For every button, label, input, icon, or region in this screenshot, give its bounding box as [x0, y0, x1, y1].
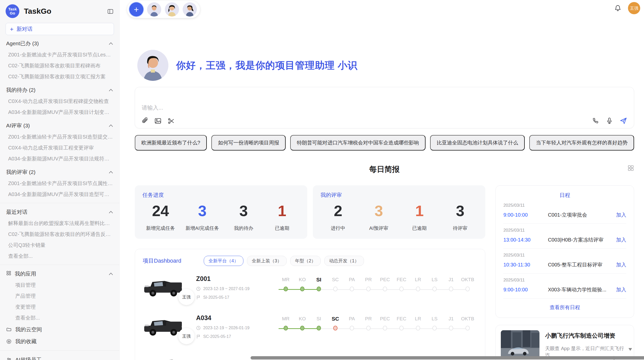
stat-item: 1已逾期 — [405, 203, 433, 232]
sidebar-task-item[interactable]: C02-飞腾新能源轻客改款项目立项汇报方案 — [0, 71, 119, 82]
collapse-sidebar-icon[interactable] — [107, 8, 114, 15]
milestone-ls: LS — [426, 315, 443, 331]
agent-avatar-3[interactable] — [183, 2, 197, 17]
schedule-item-main: 9:00-10:00X003-车辆动力学性能验...加入 — [503, 286, 626, 293]
view-all-chats-link[interactable]: 查看全部... — [0, 251, 119, 262]
notification-bell-icon[interactable] — [614, 5, 621, 12]
stat-value: 3 — [365, 203, 393, 219]
sidebar-task-item[interactable]: C0X4-动力总成开发项目工程变更评审 — [0, 142, 119, 153]
sidebar-item-cloud-space[interactable]: 我的云空间 — [0, 323, 119, 335]
dashboard-tab[interactable]: 全新上装（3） — [247, 256, 287, 266]
scroll-right-arrow[interactable] — [614, 356, 617, 360]
view-all-apps-link[interactable]: 查看全部... — [0, 312, 119, 323]
new-chat-button[interactable]: + 新对话 — [6, 23, 114, 35]
milestone-dot — [432, 287, 437, 291]
stats-row: 任务进度24新增完成任务3新增AI完成任务3我的待办1已逾期我的评审2进行中3A… — [135, 185, 485, 239]
microphone-icon[interactable] — [606, 117, 613, 124]
chevron-up-icon[interactable] — [109, 88, 113, 92]
schedule-name: C003|H0B-方案冻结评审 — [548, 236, 612, 243]
schedule-item-main: 10:30-11:30C005-整车工程目标评审加入 — [503, 261, 626, 268]
section-title-text: 我的评审 (2) — [6, 169, 36, 176]
milestone-label: KO — [299, 276, 306, 283]
sidebar-section-header-recent[interactable]: 最近对话 — [0, 206, 119, 218]
chevron-up-icon[interactable] — [109, 42, 113, 45]
sidebar-item-favorites[interactable]: 我的收藏 — [0, 335, 119, 347]
sidebar-section-header-sec1[interactable]: 我的待办 (2) — [0, 84, 119, 96]
recent-chat-item[interactable]: 公司Q3轻卡销量 — [0, 240, 119, 251]
schedule-name: X003-车辆动力学性能验... — [548, 286, 612, 293]
sidebar-task-item[interactable]: C02-飞腾新能源轻客改款项目里程碑画布 — [0, 60, 119, 71]
chevron-up-icon[interactable] — [109, 124, 113, 127]
stat-item: 3待评审 — [446, 203, 474, 232]
scissors-icon[interactable] — [168, 117, 175, 125]
agent-avatar-1[interactable] — [147, 2, 161, 17]
milestone-label: PA — [349, 315, 355, 322]
flag-text: SI-2025-05-17 — [203, 295, 229, 300]
sidebar-task-item[interactable]: Z001-全新燃油皮卡产品开发项目SI节点Lesson Learn报告 — [0, 49, 119, 60]
section-title: 最近对话 — [6, 208, 109, 216]
send-icon[interactable] — [620, 117, 627, 125]
date-range-text: 2023-12-19 ~ 2027-01-19 — [203, 287, 250, 291]
sidebar-section-header-sec3[interactable]: 我的评审 (2) — [0, 166, 119, 178]
milestone-dot — [383, 287, 387, 291]
dashboard-tab[interactable]: 年型（2） — [290, 256, 321, 266]
recent-chat-item[interactable]: 解释最新出台的欧盟报废车法规再生塑料比例被调至15%... — [0, 218, 119, 229]
join-meeting-link[interactable]: 加入 — [616, 236, 626, 243]
milestone-label: MR — [282, 315, 290, 322]
sidebar-section-header-sec2[interactable]: AI评审 (3) — [0, 120, 119, 131]
stat-label: 进行中 — [324, 225, 352, 232]
project-code: Z001 — [196, 275, 270, 282]
stat-label: 已逾期 — [268, 225, 296, 232]
dashboard-tab[interactable]: 动总开发（1） — [324, 256, 364, 266]
sidebar-app-item[interactable]: 产品管理 — [0, 291, 119, 302]
project-image: 王强 — [143, 275, 196, 305]
schedule-item-main: 9:00-10:00C001-立项审批会加入 — [503, 212, 626, 218]
milestone-pr: PR — [360, 276, 377, 291]
sidebar-task-item[interactable]: A034-全新新能源MUV产品开发项目计划变更表编写 — [0, 107, 119, 118]
scroll-down-arrow[interactable] — [628, 348, 632, 351]
news-card[interactable]: 小鹏飞行汽车制造公司增资 天眼查 App 显示，近日广州汇天飞行汽... — [495, 325, 634, 360]
add-agent-button[interactable]: + — [129, 2, 143, 17]
dashboard-tab[interactable]: 全新平台（4） — [204, 256, 243, 266]
sidebar-item-users[interactable]: AI超级员工 — [0, 354, 119, 360]
schedule-item: 2025/03/1110:30-11:30C005-整车工程目标评审加入 — [503, 249, 626, 274]
join-meeting-link[interactable]: 加入 — [616, 212, 626, 218]
join-meeting-link[interactable]: 加入 — [616, 286, 626, 293]
suggestion-chip[interactable]: 特朗普可能对进口汽车增税会对中国车企造成哪些影响 — [290, 135, 426, 151]
suggestion-chip[interactable]: 当下年轻人对汽车外观有怎样的喜好趋势 — [529, 135, 634, 151]
milestone-lr: LR — [410, 276, 426, 291]
horizontal-scrollbar[interactable] — [251, 356, 644, 359]
sidebar-app-item[interactable]: 变更管理 — [0, 302, 119, 312]
suggestion-chip[interactable]: 比亚迪全固态电池计划具体说了什么 — [430, 135, 525, 151]
chevron-up-icon[interactable] — [109, 171, 113, 174]
attachment-icon[interactable] — [141, 117, 148, 125]
phone-call-icon[interactable] — [592, 117, 599, 124]
sidebar-task-item[interactable]: A034-全新新能源MUV产品开发项目造型可行性评审 — [0, 189, 119, 200]
project-owner-badge: 王强 — [178, 328, 195, 344]
briefing-columns: 任务进度24新增完成任务3新增AI完成任务3我的待办1已逾期我的评审2进行中3A… — [135, 185, 634, 360]
milestone-dot — [366, 326, 371, 331]
suggestion-chip[interactable]: 欧洲新规最近颁布了什么? — [135, 135, 207, 151]
agent-avatar-2[interactable] — [165, 2, 179, 17]
sidebar-task-item[interactable]: A034-全新新能源MUV产品开发项目法规符合性评审 — [0, 153, 119, 164]
message-composer[interactable]: 请输入... — [135, 87, 634, 128]
join-meeting-link[interactable]: 加入 — [616, 261, 626, 268]
sidebar-section-header-sec0[interactable]: Agent已办 (3) — [0, 38, 119, 49]
view-all-schedule-link[interactable]: 查看所有日程 — [503, 298, 626, 312]
chevron-up-icon[interactable] — [109, 211, 113, 214]
image-upload-icon[interactable] — [154, 117, 162, 125]
app-title: TaskGo — [24, 7, 51, 16]
stat-value: 3 — [446, 203, 474, 219]
recent-chat-item[interactable]: C02-飞腾新能源轻客改款项目的闭环通告反馈情况 — [0, 229, 119, 240]
sidebar-app-item[interactable]: 项目管理 — [0, 280, 119, 291]
sidebar-task-item[interactable]: Z001-全新燃油轻卡产品开发项目SI造型提交物评审 — [0, 131, 119, 142]
user-avatar[interactable]: 王强 — [628, 2, 640, 14]
milestone-label: MR — [282, 276, 290, 283]
suggestion-chip[interactable]: 如何写一份清晰的项目周报 — [211, 135, 286, 151]
milestone-dot — [383, 326, 387, 331]
sidebar-task-item[interactable]: Z001-全新燃油轻卡产品开发项目SI节点属性5D文件评审 — [0, 178, 119, 189]
chevron-up-icon[interactable] — [109, 272, 113, 275]
sidebar-section-header-my-apps[interactable]: 我的应用 — [0, 268, 119, 280]
layout-grid-icon[interactable] — [627, 165, 634, 171]
sidebar-task-item[interactable]: C0X4-动力总成开发项目SI里程碑提交物检查 — [0, 96, 119, 107]
